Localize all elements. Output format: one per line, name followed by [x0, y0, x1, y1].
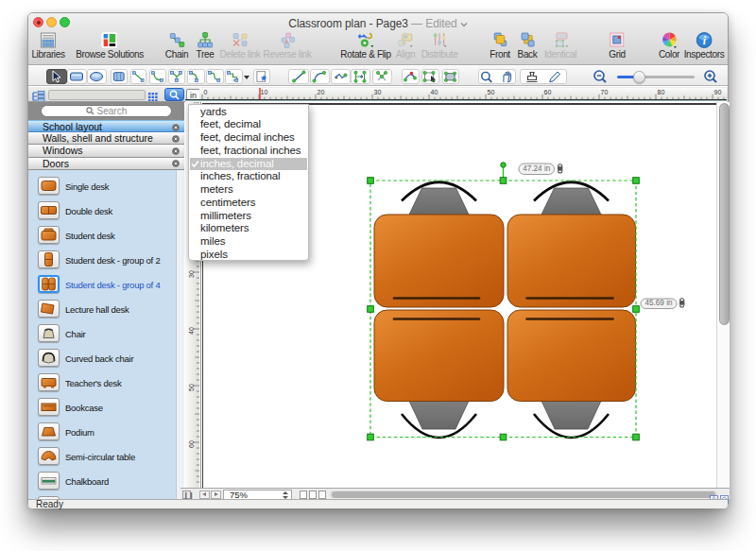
svg-text:45.69 in: 45.69 in: [644, 299, 673, 307]
svg-text:47.24 in: 47.24 in: [523, 164, 551, 173]
